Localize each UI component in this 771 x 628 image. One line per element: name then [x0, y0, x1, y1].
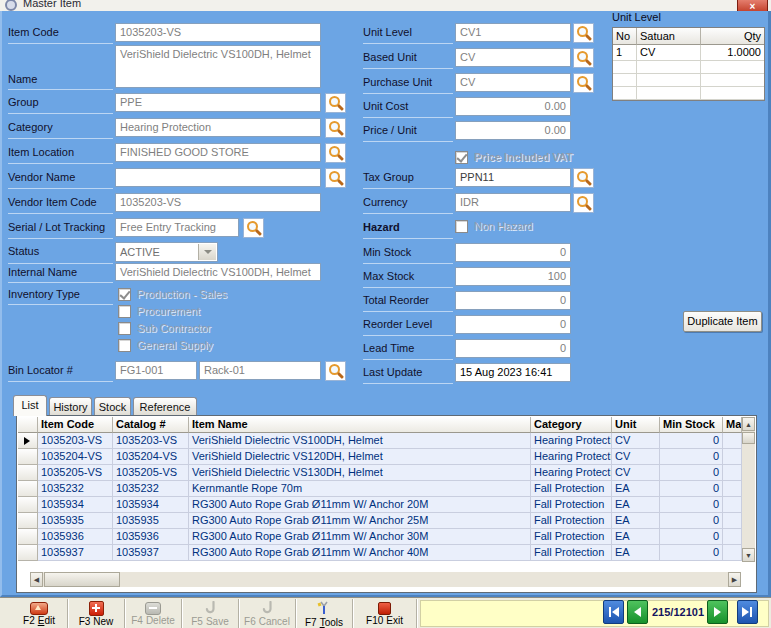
scroll-right-button[interactable]: ▶ [728, 572, 741, 587]
dropdown-button[interactable] [198, 244, 216, 260]
column-header-unit[interactable]: Unit [612, 417, 660, 433]
vertical-scrollbar[interactable]: ▲ ▼ [742, 417, 755, 562]
tax-group-lookup-button[interactable] [573, 168, 594, 188]
sub-contractor-checkbox[interactable] [118, 322, 131, 335]
scroll-left-button[interactable]: ◀ [30, 572, 43, 587]
next-record-button[interactable] [707, 600, 728, 624]
title-bar: Master Item [0, 0, 771, 11]
item-location-field[interactable]: FINISHED GOOD STORE [115, 143, 321, 162]
unit-level-row[interactable]: 1CV1.0000 [613, 45, 764, 61]
total-reorder-field[interactable]: 0 [455, 291, 571, 310]
table-row[interactable]: 1035205-VS1035205-VSVeriShield Dielectri… [18, 465, 742, 481]
unit-level-field[interactable]: CV1 [455, 23, 571, 42]
edit-icon [30, 602, 48, 615]
name-label: Name [8, 70, 113, 90]
serial-lot-tracking-label: Serial / Lot Tracking [8, 218, 113, 239]
category-field[interactable]: Hearing Protection [115, 118, 321, 137]
serial-lot-tracking-field[interactable]: Free Entry Tracking [115, 218, 239, 237]
f5-save-button[interactable]: F5Save [182, 599, 239, 628]
unit-level-row[interactable] [613, 74, 764, 87]
tab-stock[interactable]: Stock [94, 397, 131, 416]
column-header-item-code[interactable]: Item Code [38, 417, 113, 433]
name-field[interactable]: VeriShield Dielectric VS100DH, Helmet [115, 45, 321, 88]
first-record-button[interactable] [603, 600, 624, 624]
table-row[interactable]: 10359351035935RG300 Auto Rope Grab Ø11mm… [18, 513, 742, 529]
f7-tools-button[interactable]: F7Tools [296, 599, 353, 628]
unit-cost-field[interactable]: 0.00 [455, 97, 571, 116]
bin-locator-lookup-button[interactable] [325, 361, 346, 381]
previous-record-button[interactable] [627, 600, 648, 624]
bin-locator-field-1[interactable]: FG1-001 [115, 361, 197, 380]
tab-reference[interactable]: Reference [133, 397, 197, 416]
row-marker [18, 481, 38, 497]
table-row[interactable]: 10359341035934RG300 Auto Rope Grab Ø11mm… [18, 497, 742, 513]
column-header-max-stock[interactable]: Ma [723, 417, 742, 433]
min-stock-field[interactable]: 0 [455, 243, 571, 262]
horizontal-scrollbar[interactable]: ◀ ▶ [30, 572, 741, 587]
unit-level-lookup-button[interactable] [573, 23, 594, 43]
column-header-qty[interactable]: Qty [701, 28, 764, 45]
column-header-item-name[interactable]: Item Name [189, 417, 531, 433]
max-stock-field[interactable]: 100 [455, 267, 571, 286]
currency-field[interactable]: IDR [455, 193, 571, 212]
general-supply-checkbox[interactable] [118, 339, 131, 352]
tab-history[interactable]: History [49, 397, 92, 416]
category-lookup-button[interactable] [325, 118, 346, 138]
list-table-header: Item Code Catalog # Item Name Category U… [18, 417, 742, 433]
duplicate-item-button[interactable]: Duplicate Item [683, 311, 762, 332]
based-unit-lookup-button[interactable] [573, 48, 594, 68]
table-row[interactable]: 1035203-VS1035203-VSVeriShield Dielectri… [18, 433, 742, 449]
non-hazard-checkbox[interactable] [455, 220, 468, 233]
production-sales-checkbox[interactable] [118, 288, 131, 301]
horizontal-scroll-thumb[interactable] [44, 572, 120, 587]
column-header-catalog[interactable]: Catalog # [113, 417, 189, 433]
unit-level-panel-title: Unit Level [612, 11, 661, 23]
f3-new-button[interactable]: F3New [68, 599, 125, 628]
tab-list[interactable]: List [13, 395, 47, 416]
unit-level-row[interactable] [613, 87, 764, 100]
f2-edit-button[interactable]: F2Edit [11, 599, 68, 628]
based-unit-label: Based Unit [363, 48, 453, 69]
unit-level-row[interactable] [613, 61, 764, 74]
table-row[interactable]: 1035204-VS1035204-VSVeriShield Dielectri… [18, 449, 742, 465]
column-header-satuan[interactable]: Satuan [637, 28, 701, 45]
group-lookup-button[interactable] [325, 93, 346, 113]
item-location-lookup-button[interactable] [325, 143, 346, 163]
group-field[interactable]: PPE [115, 93, 321, 112]
bin-locator-field-2[interactable]: Rack-01 [199, 361, 321, 380]
internal-name-field[interactable]: VeriShield Dielectric VS100DH, Helmet [115, 263, 321, 281]
based-unit-field[interactable]: CV [455, 48, 571, 67]
unit-level-label: Unit Level [363, 23, 453, 44]
serial-lot-lookup-button[interactable] [243, 218, 264, 238]
reorder-level-field[interactable]: 0 [455, 315, 571, 334]
f10-exit-button[interactable]: F10Exit [353, 599, 417, 628]
tax-group-field[interactable]: PPN11 [455, 168, 571, 187]
row-marker [18, 449, 38, 465]
scroll-up-button[interactable]: ▲ [742, 417, 755, 431]
column-header-no[interactable]: No [613, 28, 637, 45]
table-row[interactable]: 10352321035232Kernmantle Rope 70mFall Pr… [18, 481, 742, 497]
purchase-unit-lookup-button[interactable] [573, 73, 594, 93]
purchase-unit-field[interactable]: CV [455, 73, 571, 92]
price-included-vat-checkbox[interactable] [455, 151, 468, 164]
f4-delete-button[interactable]: F4Delete [125, 599, 182, 628]
status-dropdown[interactable]: ACTIVE [115, 242, 218, 262]
last-record-button[interactable] [737, 600, 758, 624]
scroll-down-button[interactable]: ▼ [742, 548, 755, 562]
vendor-name-field[interactable] [115, 168, 321, 187]
item-code-field[interactable]: 1035203-VS [115, 23, 321, 42]
row-marker [18, 433, 38, 449]
table-row[interactable]: 10359371035937RG300 Auto Rope Grab Ø11mm… [18, 545, 742, 561]
column-header-min-stock[interactable]: Min Stock [660, 417, 723, 433]
currency-lookup-button[interactable] [573, 193, 594, 213]
table-row[interactable]: 10359361035936RG300 Auto Rope Grab Ø11mm… [18, 529, 742, 545]
lead-time-field[interactable]: 0 [455, 339, 571, 358]
price-unit-field[interactable]: 0.00 [455, 121, 571, 140]
unit-level-table-header: No Satuan Qty [613, 28, 764, 45]
vertical-scroll-thumb[interactable] [742, 432, 755, 444]
f6-cancel-button[interactable]: F6Cancel [239, 599, 296, 628]
procurement-checkbox[interactable] [118, 305, 131, 318]
vendor-item-code-field[interactable]: 1035203-VS [115, 193, 321, 212]
column-header-category[interactable]: Category [531, 417, 612, 433]
vendor-name-lookup-button[interactable] [325, 168, 346, 188]
